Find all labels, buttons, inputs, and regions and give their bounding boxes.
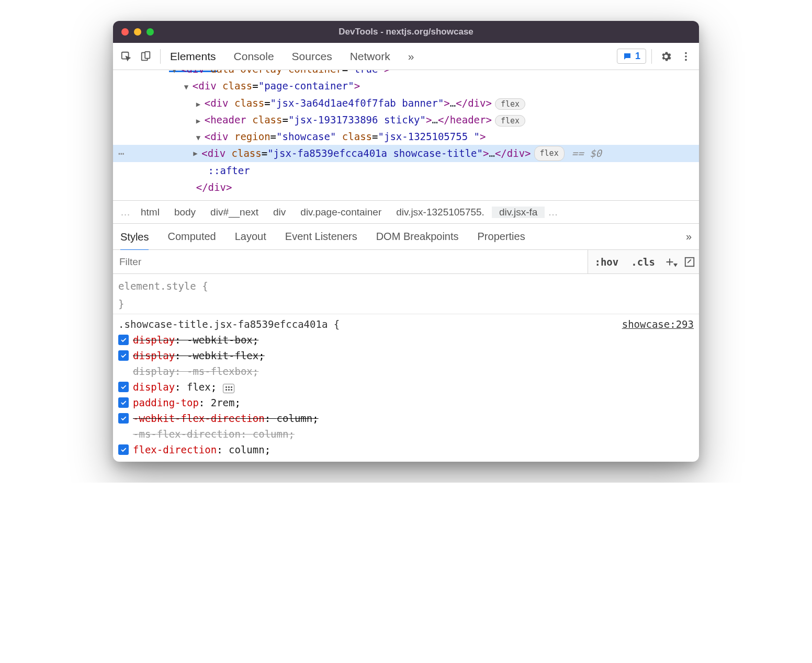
css-source-link[interactable]: showcase:293 (622, 316, 694, 332)
issues-count: 1 (635, 51, 640, 62)
breadcrumb: … html body div#__next div div.page-cont… (113, 201, 699, 224)
dom-line-selected[interactable]: ⋯ ▶<div class="jsx-fa8539efcca401a showc… (113, 145, 699, 162)
styles-tabs: Styles Computed Layout Event Listeners D… (113, 224, 699, 250)
tab-event-listeners[interactable]: Event Listeners (285, 228, 357, 245)
css-property[interactable]: display: -webkit-flex; (113, 348, 699, 363)
tab-sources[interactable]: Sources (291, 48, 333, 65)
tab-styles[interactable]: Styles (120, 229, 149, 251)
css-property[interactable]: -webkit-flex-direction: column; (113, 410, 699, 426)
devtools-window: DevTools - nextjs.org/showcase Elements … (113, 21, 699, 462)
tab-layout[interactable]: Layout (235, 228, 266, 245)
css-rule-header: .showcase-title.jsx-fa8539efcca401a { sh… (113, 314, 699, 332)
breadcrumb-overflow-right[interactable]: … (545, 207, 561, 218)
flex-badge[interactable]: flex (495, 115, 525, 127)
tab-elements[interactable]: Elements (169, 48, 217, 72)
dom-line[interactable]: </div> (113, 179, 699, 196)
cls-toggle[interactable]: .cls (625, 256, 661, 268)
main-toolbar: Elements Console Sources Network » 1 (113, 43, 699, 70)
css-property[interactable]: display: -webkit-box; (113, 332, 699, 348)
element-style-open[interactable]: element.style { (113, 276, 699, 294)
issues-badge[interactable]: 1 (617, 49, 646, 64)
device-toggle-icon[interactable] (137, 48, 155, 65)
css-selector[interactable]: .showcase-title.jsx-fa8539efcca401a { (118, 316, 340, 332)
svg-point-5 (685, 59, 687, 61)
breadcrumb-item[interactable]: div (266, 207, 293, 218)
filter-input[interactable] (113, 250, 588, 273)
dom-line[interactable]: ▶<div class="jsx-3a64d1ae4f0f7fab banner… (113, 95, 699, 111)
property-checkbox[interactable] (118, 397, 129, 408)
css-property[interactable]: display: flex; (113, 379, 699, 395)
breadcrumb-item[interactable]: html (133, 207, 167, 218)
flex-badge[interactable]: flex (534, 146, 565, 162)
breadcrumb-item-active[interactable]: div.jsx-fa (492, 207, 545, 218)
dom-line[interactable]: ▼<div class="page-container"> (113, 77, 699, 94)
svg-point-4 (685, 55, 687, 58)
css-property[interactable]: -ms-flex-direction: column; (113, 426, 699, 442)
separator (651, 49, 652, 64)
dom-line[interactable]: ▼<div data-overlay-container="true"> (113, 70, 699, 77)
settings-icon[interactable] (657, 48, 675, 65)
css-property[interactable]: flex-direction: column; (113, 442, 699, 458)
hov-toggle[interactable]: :hov (588, 256, 625, 268)
breadcrumb-item[interactable]: div.jsx-1325105755. (389, 207, 492, 218)
property-checkbox[interactable] (118, 335, 129, 345)
kebab-menu-icon[interactable] (677, 48, 695, 65)
svg-point-3 (685, 52, 687, 54)
flex-badge[interactable]: flex (495, 98, 525, 110)
console-ref: == $0 (572, 145, 602, 162)
svg-rect-6 (685, 257, 694, 266)
window-title: DevTools - nextjs.org/showcase (113, 27, 699, 37)
element-style-close: } (113, 294, 699, 312)
tabs-overflow[interactable]: » (407, 48, 415, 65)
svg-rect-2 (145, 51, 150, 58)
property-checkbox[interactable] (118, 350, 129, 361)
tab-network[interactable]: Network (349, 48, 391, 65)
titlebar: DevTools - nextjs.org/showcase (113, 21, 699, 43)
computed-panel-icon[interactable] (680, 256, 699, 268)
styles-filterbar: :hov .cls (113, 250, 699, 274)
tab-properties[interactable]: Properties (478, 228, 525, 245)
css-property[interactable]: display: -ms-flexbox; (113, 363, 699, 379)
tab-dom-breakpoints[interactable]: DOM Breakpoints (376, 228, 459, 245)
new-rule-icon[interactable] (661, 256, 680, 268)
tab-computed[interactable]: Computed (167, 228, 216, 245)
breadcrumb-overflow-left[interactable]: … (117, 207, 133, 218)
styles-pane[interactable]: element.style { } .showcase-title.jsx-fa… (113, 274, 699, 462)
property-checkbox[interactable] (118, 444, 129, 455)
css-property[interactable]: padding-top: 2rem; (113, 395, 699, 410)
dom-line[interactable]: ▼<div region="showcase" class="jsx-13251… (113, 128, 699, 145)
dom-line[interactable]: ▶<header class="jsx-1931733896 sticky">…… (113, 111, 699, 128)
ellipsis-icon[interactable]: ⋯ (118, 145, 127, 162)
property-checkbox[interactable] (118, 413, 129, 424)
breadcrumb-item[interactable]: body (167, 207, 203, 218)
tab-console[interactable]: Console (233, 48, 275, 65)
panel-tabs: Elements Console Sources Network » (169, 48, 415, 65)
dom-tree[interactable]: ▼<div data-overlay-container="true"> ▼<d… (113, 70, 699, 201)
flex-editor-icon[interactable] (223, 384, 234, 393)
separator (160, 49, 161, 64)
dom-line[interactable]: ::after (113, 162, 699, 179)
breadcrumb-item[interactable]: div.page-container (293, 207, 389, 218)
breadcrumb-item[interactable]: div#__next (203, 207, 266, 218)
tabs-overflow[interactable]: » (686, 228, 692, 245)
inspect-icon[interactable] (117, 48, 135, 65)
property-checkbox[interactable] (118, 382, 129, 392)
